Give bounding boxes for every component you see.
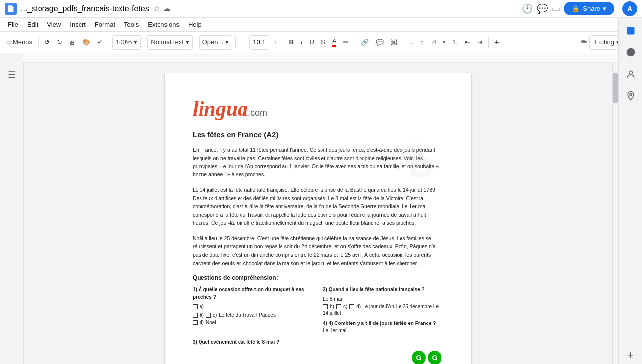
main-area: ☰ 8 lingua.com Les fêtes en France (A2) …	[0, 63, 618, 364]
menus-button[interactable]: ☰ Menus	[4, 35, 35, 50]
comment-icon[interactable]: 💬	[537, 3, 548, 14]
toolbar-sep-3	[144, 37, 144, 48]
q2-jourdlan: Le jour de l'An	[362, 304, 394, 309]
ruler	[23, 53, 618, 63]
grammarly-btn-2[interactable]: G	[428, 351, 441, 364]
bold-button[interactable]: B	[286, 35, 297, 50]
print-icon: 🖨	[69, 39, 76, 46]
menu-tools[interactable]: Tools	[120, 19, 143, 30]
redo-button[interactable]: ↻	[54, 35, 65, 50]
menu-bar: File Edit View Insert Format Tools Exten…	[0, 18, 642, 32]
logo-lingua: lingua	[193, 97, 248, 120]
questions-section: Questions de compréhension: 1) À quelle …	[193, 274, 443, 346]
italic-button[interactable]: I	[298, 35, 306, 50]
checkbox-c[interactable]	[206, 313, 211, 318]
increase-font-button[interactable]: +	[270, 35, 280, 50]
menu-format[interactable]: Format	[91, 19, 119, 30]
q2-answers: b) c) d) Le jour de l'An Le 25 décembre …	[323, 304, 443, 309]
checkbox-a[interactable]	[193, 304, 198, 309]
font-dropdown[interactable]: Open... ▾	[199, 35, 233, 50]
undo-button[interactable]: ↺	[41, 35, 53, 50]
image-button[interactable]: 🖼	[388, 35, 400, 50]
zoom-dropdown[interactable]: 100% ▾	[112, 35, 141, 50]
checklist-button[interactable]: ☑	[427, 35, 439, 50]
logo-area: lingua.com	[193, 97, 443, 121]
paint-format-button[interactable]: 🎨	[80, 35, 93, 50]
left-panel: ☰	[0, 63, 24, 364]
svg-point-3	[629, 93, 631, 95]
checkbox-q2d[interactable]	[349, 304, 354, 309]
drive-icon[interactable]: ☁	[163, 4, 171, 13]
style-chevron: ▾	[186, 39, 189, 46]
scrollbar[interactable]	[612, 63, 618, 364]
style-dropdown[interactable]: Normal text ▾	[147, 35, 192, 50]
highlight-icon: ✏	[343, 39, 349, 46]
increase-indent-button[interactable]: ⇥	[474, 35, 485, 50]
q1-a-label: a)	[200, 304, 204, 309]
link-button[interactable]: 🔗	[358, 35, 372, 50]
toolbar-sep-1	[38, 37, 39, 48]
highlight-button[interactable]: ✏	[340, 35, 352, 50]
sidebar-keep-icon[interactable]	[622, 43, 640, 61]
menus-icon: ☰	[7, 39, 13, 46]
menu-extensions[interactable]: Extensions	[144, 19, 183, 30]
pencil-icon: ✏	[581, 38, 587, 47]
title-icons: ☆ ☁	[153, 4, 171, 13]
sidebar-maps-icon[interactable]	[622, 87, 640, 105]
checkbox-d[interactable]	[193, 320, 198, 325]
clear-format-button[interactable]: T̶	[492, 35, 502, 50]
line-spacing-button[interactable]: ↕	[417, 35, 427, 50]
menu-edit[interactable]: Edit	[23, 19, 42, 30]
toolbar-sep-9	[488, 37, 489, 48]
checkbox-q2b[interactable]	[323, 304, 328, 309]
toolbar: ☰ Menus ↺ ↻ 🖨 🎨 ✓ 100% ▾ Normal text ▾ O…	[0, 32, 642, 53]
grammarly-btn-1[interactable]: G	[412, 351, 426, 364]
logo-com: .com	[248, 108, 267, 118]
questions-title: Questions de compréhension:	[193, 274, 443, 281]
history-icon[interactable]: 🕐	[522, 3, 533, 14]
underline-button[interactable]: U	[307, 35, 317, 50]
present-icon[interactable]: ▭	[552, 3, 560, 14]
sidebar-docs-icon[interactable]	[622, 22, 640, 40]
sidebar-add-icon[interactable]: +	[622, 346, 640, 364]
align-button[interactable]: ≡	[406, 35, 416, 50]
toolbar-sep-6	[283, 37, 283, 48]
comment-toolbar-button[interactable]: 💬	[373, 35, 387, 50]
menu-insert[interactable]: Insert	[66, 19, 90, 30]
paragraph-3: Noël a lieu le 25 décembre. C'est une fê…	[193, 234, 443, 267]
question-2-right: 2) Quand a lieu la fête nationale frança…	[323, 286, 443, 333]
q1-b-label: b)	[200, 312, 204, 318]
checkbox-b[interactable]	[193, 313, 198, 318]
bullet-list-button[interactable]: •	[440, 35, 448, 50]
strikethrough-button[interactable]: S	[318, 35, 328, 50]
q1-answer-a: a)	[193, 304, 313, 309]
q1-option-paques: Pâques	[259, 312, 276, 318]
question-row-1: 1) À quelle occasion offre-t-on du mugue…	[193, 286, 443, 333]
q1-option-travail: Le fête du Travail	[219, 312, 257, 318]
question-3-text: 3) Quel événement est fêté le 8 mai ?	[193, 338, 443, 346]
paragraph-1: En France, il y a au total 11 fêtes pend…	[193, 146, 443, 179]
outline-toggle-icon[interactable]: ☰	[8, 69, 16, 80]
document-area[interactable]: 8 lingua.com Les fêtes en France (A2) En…	[24, 63, 612, 364]
q2-c: c)	[343, 304, 347, 309]
font-chevron: ▾	[225, 39, 229, 46]
checkbox-q2c[interactable]	[336, 304, 341, 309]
decrease-font-button[interactable]: −	[239, 35, 248, 50]
menu-help[interactable]: Help	[184, 19, 205, 30]
right-sidebar: +	[618, 18, 642, 364]
decrease-indent-button[interactable]: ⇤	[462, 35, 473, 50]
share-button[interactable]: 🔒 Share ▾	[564, 2, 614, 15]
numbered-list-button[interactable]: 1.	[449, 35, 461, 50]
spellcheck-button[interactable]: ✓	[94, 35, 106, 50]
grammarly-buttons: G G	[412, 351, 441, 364]
q1-noel: Noël	[206, 320, 216, 325]
sidebar-contacts-icon[interactable]	[622, 65, 640, 83]
document-page: 8 lingua.com Les fêtes en France (A2) En…	[165, 73, 471, 364]
avatar[interactable]: A	[622, 1, 637, 16]
menu-file[interactable]: File	[4, 19, 22, 30]
menu-view[interactable]: View	[43, 19, 65, 30]
print-button[interactable]: 🖨	[66, 35, 79, 50]
font-size-input[interactable]: 10.1	[249, 35, 269, 50]
star-icon[interactable]: ☆	[153, 4, 160, 13]
text-color-button[interactable]: A	[329, 35, 340, 50]
